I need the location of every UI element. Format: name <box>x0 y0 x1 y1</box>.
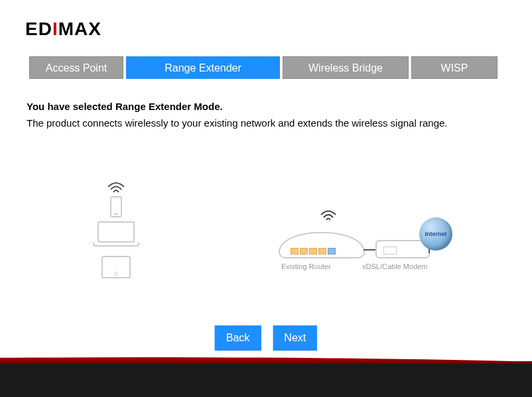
tab-access-point[interactable]: Access Point <box>29 56 123 79</box>
back-button[interactable]: Back <box>215 325 261 351</box>
topology-diagram: Existing Router xDSL/Cable Modem Interne… <box>0 179 532 298</box>
wifi-icon <box>320 208 337 221</box>
footer-band <box>0 361 532 397</box>
modem-label: xDSL/Cable Modem <box>362 262 427 270</box>
wifi-icon <box>106 179 126 194</box>
tablet-icon <box>101 256 131 278</box>
tab-wisp[interactable]: WISP <box>411 56 498 79</box>
internet-globe-icon: Internet <box>419 217 452 251</box>
description-title: You have selected Range Extender Mode. <box>27 101 505 112</box>
tab-wireless-bridge[interactable]: Wireless Bridge <box>283 56 409 79</box>
router-icon <box>279 232 365 258</box>
brand-logo: EDIMAX <box>25 19 101 40</box>
nav-buttons: Back Next <box>215 325 317 351</box>
mode-tabs: Access Point Range Extender Wireless Bri… <box>29 56 498 79</box>
tab-range-extender[interactable]: Range Extender <box>126 56 280 79</box>
mode-description: You have selected Range Extender Mode. T… <box>27 101 505 129</box>
cable-icon <box>364 249 377 251</box>
phone-icon <box>110 196 122 217</box>
description-body: The product connects wirelessly to your … <box>27 117 505 129</box>
router-label: Existing Router <box>281 262 331 270</box>
laptop-icon <box>93 221 139 249</box>
client-devices-group <box>76 179 156 278</box>
next-button[interactable]: Next <box>273 325 317 351</box>
